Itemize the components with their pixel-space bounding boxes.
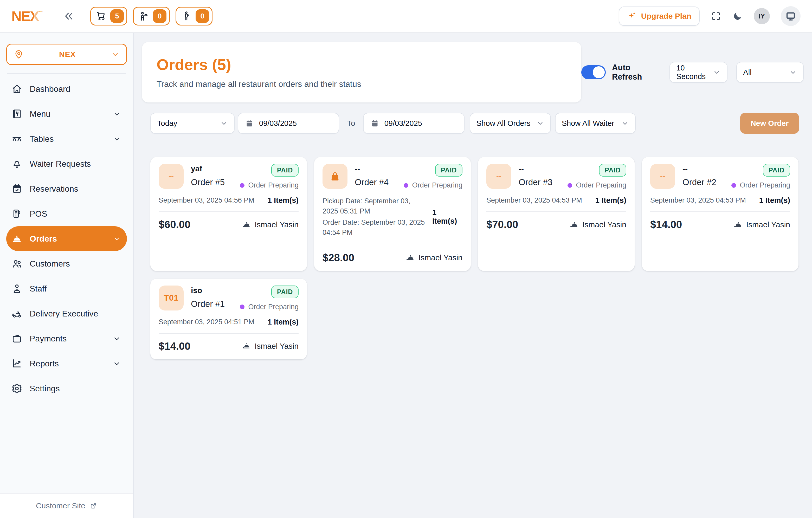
- monitor-icon: [785, 11, 796, 22]
- sidebar-collapse-button[interactable]: [63, 10, 75, 22]
- delivery-requests-count: 0: [196, 9, 209, 23]
- payment-status-badge: PAID: [763, 164, 790, 177]
- order-type-filter-select[interactable]: Show All Orders: [470, 113, 551, 134]
- page-subtitle: Track and manage all restaurant orders a…: [156, 79, 567, 89]
- sidebar-item-pos[interactable]: POS: [6, 201, 127, 226]
- restaurant-selector[interactable]: NEX: [6, 44, 127, 65]
- sidebar-item-label: Settings: [30, 384, 60, 394]
- sidebar-item-label: Tables: [30, 134, 54, 144]
- sidebar-item-reports[interactable]: Reports: [6, 351, 127, 376]
- waiter-name: Ismael Yasin: [582, 220, 626, 229]
- order-stage: Order Preparing: [240, 181, 298, 189]
- fullscreen-button[interactable]: [710, 11, 722, 22]
- auto-refresh-controls: Auto Refresh 10 Seconds All: [581, 62, 804, 83]
- nex-logo: NEX ™: [11, 8, 43, 24]
- payment-status-badge: PAID: [271, 164, 298, 177]
- refresh-interval-select[interactable]: 10 Seconds: [669, 62, 727, 83]
- order-card[interactable]: -- -- Order #3 PAID Order Preparing Sept…: [478, 157, 635, 271]
- display-mode-button[interactable]: [781, 6, 801, 26]
- sidebar-item-label: Menu: [30, 109, 51, 119]
- waiter-filter-value: Show All Waiter: [562, 119, 614, 128]
- order-items-count: 1 Item(s): [596, 196, 626, 205]
- stage-dot-icon: [240, 305, 244, 309]
- sidebar-item-payments[interactable]: Payments: [6, 326, 127, 351]
- waiter-tray-icon: [138, 11, 149, 22]
- customer-name: --: [355, 164, 388, 173]
- order-card[interactable]: T01 iso Order #1 PAID Order Preparing Se…: [150, 279, 307, 359]
- sidebar-item-tables[interactable]: Tables: [6, 126, 127, 151]
- sidebar-item-label: Customers: [30, 259, 70, 269]
- order-avatar: T01: [158, 286, 184, 311]
- sidebar-item-staff[interactable]: Staff: [6, 276, 127, 301]
- sidebar-item-reservations[interactable]: Reservations: [6, 176, 127, 201]
- stage-dot-icon: [240, 183, 244, 188]
- delivery-requests-badge[interactable]: 0: [176, 7, 212, 26]
- auto-refresh-label: Auto Refresh: [612, 63, 662, 82]
- order-number: Order #1: [191, 299, 225, 309]
- order-card[interactable]: -- Order #4 PAID Order Preparing Pickup …: [314, 157, 471, 271]
- user-avatar[interactable]: IY: [754, 8, 770, 24]
- order-card[interactable]: -- -- Order #2 PAID Order Preparing Sept…: [642, 157, 799, 271]
- sidebar-item-dashboard[interactable]: Dashboard: [6, 77, 127, 102]
- upgrade-plan-button[interactable]: Upgrade Plan: [619, 6, 700, 26]
- cart-orders-count: 5: [110, 9, 124, 23]
- upgrade-plan-label: Upgrade Plan: [641, 12, 691, 21]
- double-chevron-left-icon: [63, 10, 75, 22]
- sidebar-item-delivery-executive[interactable]: Delivery Executive: [6, 301, 127, 326]
- sidebar-item-waiter-requests[interactable]: Waiter Requests: [6, 151, 127, 176]
- waiter-name: Ismael Yasin: [746, 220, 790, 229]
- calendar-icon: [245, 119, 254, 128]
- sidebar-item-menu[interactable]: Menu: [6, 102, 127, 126]
- waiter-name: Ismael Yasin: [255, 342, 298, 350]
- date-from-input[interactable]: 09/03/2025: [238, 113, 339, 134]
- waiter-requests-badge[interactable]: 0: [133, 7, 170, 26]
- chevron-down-icon: [113, 359, 121, 368]
- sidebar-item-label: Staff: [30, 284, 47, 294]
- dark-mode-toggle[interactable]: [732, 11, 743, 21]
- order-total: $70.00: [486, 219, 518, 230]
- chevron-down-icon: [713, 68, 721, 76]
- new-order-button[interactable]: New Order: [740, 113, 799, 134]
- stage-label: Order Preparing: [248, 303, 298, 311]
- chevron-down-icon: [111, 50, 119, 58]
- stage-dot-icon: [731, 183, 736, 188]
- order-type-filter-value: Show All Orders: [476, 119, 530, 128]
- waiter-filter-select[interactable]: Show All Waiter: [555, 113, 636, 134]
- card-divider: [322, 245, 462, 245]
- filters-row: Today 09/03/2025 To 09/03/2025 Show All …: [150, 113, 804, 134]
- order-number: Order #5: [191, 177, 225, 187]
- bag-icon: [329, 171, 341, 182]
- order-datetime: September 03, 2025 04:53 PM: [486, 196, 582, 204]
- location-pin-icon: [14, 50, 24, 59]
- chevron-down-icon: [621, 119, 629, 127]
- top-bar: NEX ™ 5 0 0: [0, 0, 812, 33]
- header-badges: 5 0 0: [90, 7, 212, 26]
- moon-icon: [732, 11, 743, 21]
- order-scope-select[interactable]: All: [736, 62, 804, 83]
- order-card[interactable]: -- yaf Order #5 PAID Order Preparing Sep…: [150, 157, 307, 271]
- order-dates: Pickup Date: September 03, 2025 05:31 PM…: [322, 196, 427, 238]
- auto-refresh-toggle[interactable]: [581, 65, 606, 79]
- date-to-input[interactable]: 09/03/2025: [363, 113, 465, 134]
- order-datetime: September 03, 2025 04:56 PM: [158, 196, 254, 204]
- cart-orders-badge[interactable]: 5: [90, 7, 127, 26]
- sidebar-item-customers[interactable]: Customers: [6, 251, 127, 276]
- sidebar-item-settings[interactable]: Settings: [6, 376, 127, 401]
- chevron-down-icon: [220, 119, 228, 127]
- date-preset-select[interactable]: Today: [150, 113, 235, 134]
- home-icon: [11, 84, 22, 94]
- waiter-name: Ismael Yasin: [255, 220, 298, 229]
- card-divider: [158, 211, 298, 212]
- cart-check-icon: [96, 11, 107, 22]
- stage-dot-icon: [568, 183, 572, 188]
- order-waiter: Ismael Yasin: [242, 220, 298, 229]
- order-items-count: 1 Item(s): [268, 196, 298, 205]
- order-datetime: September 03, 2025 04:51 PM: [158, 318, 254, 326]
- order-waiter: Ismael Yasin: [733, 220, 790, 229]
- sidebar-item-label: POS: [30, 209, 47, 219]
- cloche-hand-icon: [242, 341, 251, 351]
- sidebar-item-orders[interactable]: Orders: [6, 226, 127, 251]
- order-stage: Order Preparing: [731, 181, 790, 189]
- customer-site-link[interactable]: Customer Site: [0, 493, 133, 518]
- payment-status-badge: PAID: [271, 286, 298, 298]
